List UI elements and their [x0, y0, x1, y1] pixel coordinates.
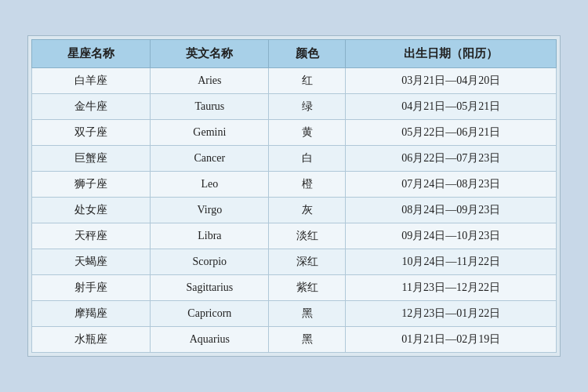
cell-dates: 12月23日—01月22日 — [346, 301, 557, 327]
cell-color: 白 — [269, 146, 346, 172]
cell-color: 灰 — [269, 198, 346, 223]
table-row: 狮子座Leo橙07月24日—08月23日 — [32, 172, 557, 198]
cell-dates: 11月23日—12月22日 — [346, 275, 557, 301]
cell-chinese-name: 摩羯座 — [32, 301, 151, 327]
table-row: 水瓶座Aquarius黑01月21日—02月19日 — [32, 327, 557, 353]
cell-dates: 07月24日—08月23日 — [346, 172, 557, 198]
cell-english-name: Capricorn — [151, 301, 269, 327]
table-row: 处女座Virgo灰08月24日—09月23日 — [32, 198, 557, 223]
cell-color: 淡红 — [269, 223, 346, 249]
table-row: 白羊座Aries红03月21日—04月20日 — [32, 68, 557, 94]
cell-dates: 09月24日—10月23日 — [346, 223, 557, 249]
cell-chinese-name: 双子座 — [32, 120, 151, 146]
table-row: 金牛座Taurus绿04月21日—05月21日 — [32, 94, 557, 120]
col-header-dates: 出生日期（阳历） — [346, 40, 557, 68]
table-row: 摩羯座Capricorn黑12月23日—01月22日 — [32, 301, 557, 327]
table-row: 巨蟹座Cancer白06月22日—07月23日 — [32, 146, 557, 172]
cell-color: 黑 — [269, 327, 346, 353]
cell-chinese-name: 天秤座 — [32, 223, 151, 249]
col-header-english: 英文名称 — [151, 40, 269, 68]
col-header-chinese: 星座名称 — [32, 40, 151, 68]
table-row: 天秤座Libra淡红09月24日—10月23日 — [32, 223, 557, 249]
table-row: 双子座Gemini黄05月22日—06月21日 — [32, 120, 557, 146]
cell-english-name: Gemini — [151, 120, 269, 146]
cell-chinese-name: 处女座 — [32, 198, 151, 223]
cell-chinese-name: 水瓶座 — [32, 327, 151, 353]
cell-english-name: Sagittarius — [151, 275, 269, 301]
table-row: 射手座Sagittarius紫红11月23日—12月22日 — [32, 275, 557, 301]
cell-english-name: Aquarius — [151, 327, 269, 353]
cell-chinese-name: 白羊座 — [32, 68, 151, 94]
cell-color: 绿 — [269, 94, 346, 120]
col-header-color: 颜色 — [269, 40, 346, 68]
cell-chinese-name: 天蝎座 — [32, 249, 151, 275]
cell-chinese-name: 巨蟹座 — [32, 146, 151, 172]
table-row: 天蝎座Scorpio深红10月24日—11月22日 — [32, 249, 557, 275]
cell-dates: 01月21日—02月19日 — [346, 327, 557, 353]
cell-color: 深红 — [269, 249, 346, 275]
table-header-row: 星座名称 英文名称 颜色 出生日期（阳历） — [32, 40, 557, 68]
cell-english-name: Taurus — [151, 94, 269, 120]
cell-dates: 08月24日—09月23日 — [346, 198, 557, 223]
cell-english-name: Leo — [151, 172, 269, 198]
cell-dates: 03月21日—04月20日 — [346, 68, 557, 94]
cell-dates: 04月21日—05月21日 — [346, 94, 557, 120]
cell-english-name: Libra — [151, 223, 269, 249]
cell-chinese-name: 狮子座 — [32, 172, 151, 198]
cell-dates: 06月22日—07月23日 — [346, 146, 557, 172]
cell-color: 黄 — [269, 120, 346, 146]
cell-english-name: Cancer — [151, 146, 269, 172]
cell-english-name: Virgo — [151, 198, 269, 223]
zodiac-table-container: 星座名称 英文名称 颜色 出生日期（阳历） 白羊座Aries红03月21日—04… — [27, 35, 561, 357]
table-body: 白羊座Aries红03月21日—04月20日金牛座Taurus绿04月21日—0… — [32, 68, 557, 353]
cell-english-name: Aries — [151, 68, 269, 94]
cell-chinese-name: 射手座 — [32, 275, 151, 301]
cell-color: 紫红 — [269, 275, 346, 301]
cell-chinese-name: 金牛座 — [32, 94, 151, 120]
cell-dates: 05月22日—06月21日 — [346, 120, 557, 146]
cell-color: 黑 — [269, 301, 346, 327]
cell-english-name: Scorpio — [151, 249, 269, 275]
cell-dates: 10月24日—11月22日 — [346, 249, 557, 275]
cell-color: 橙 — [269, 172, 346, 198]
zodiac-table: 星座名称 英文名称 颜色 出生日期（阳历） 白羊座Aries红03月21日—04… — [31, 39, 557, 353]
cell-color: 红 — [269, 68, 346, 94]
